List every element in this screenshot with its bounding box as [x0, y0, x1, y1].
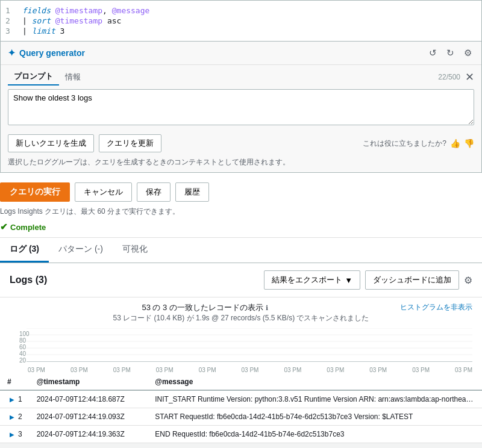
export-button[interactable]: 結果をエクスポート ▼ [264, 270, 360, 290]
max-run-note: Logs Insights クエリは、最大 60 分まで実行できます。 [0, 205, 482, 219]
status-text: Complete [10, 223, 46, 232]
code-line-1: 1 fields @timestamp, @message [1, 5, 481, 16]
settings-button[interactable]: ⚙ [462, 46, 474, 60]
row-1-num: 1 [18, 395, 22, 403]
results-title: Logs (3) [10, 275, 47, 285]
col-header-message: @message [148, 374, 482, 390]
generate-query-button[interactable]: 新しいクエリを生成 [8, 134, 94, 152]
row-1-expand: ▶ 1 [0, 390, 30, 408]
status-complete: ✔ Complete [0, 219, 482, 237]
qg-context-note: 選択したロググループは、クエリを生成するときのコンテキストとして使用されます。 [1, 156, 481, 172]
table-row: ▶ 3 2024-07-09T12:44:19.363Z END Request… [0, 426, 482, 443]
histogram-chart [27, 328, 472, 362]
line-number-1: 1 [5, 6, 22, 15]
expand-row-2-button[interactable]: ▶ [7, 414, 17, 420]
row-3-message: END RequestId: fb6e0cda-14d2-41b5-b74e-6… [148, 426, 482, 443]
table-row: ▶ 1 2024-07-09T12:44:18.687Z INIT_START … [0, 390, 482, 408]
undo-button[interactable]: ↺ [427, 46, 439, 60]
results-actions: 結果をエクスポート ▼ ダッシュボードに追加 ⚙ [264, 270, 472, 290]
histogram-toggle-link[interactable]: ヒストグラムを非表示 [400, 302, 472, 313]
tab-info[interactable]: 情報 [59, 69, 87, 86]
close-panel-button[interactable]: ✕ [465, 72, 474, 82]
results-settings-button[interactable]: ⚙ [464, 275, 472, 286]
prompt-textarea[interactable]: Show the oldest 3 logs [8, 89, 474, 125]
header-actions: ↺ ↻ ⚙ [427, 46, 474, 60]
line-number-3: 3 [5, 26, 22, 36]
run-query-button[interactable]: クエリの実行 [0, 182, 70, 202]
redo-button[interactable]: ↻ [444, 46, 457, 60]
results-table: # @timestamp @message ▶ 1 2024-07-09T12:… [0, 374, 482, 443]
table-row: ▶ 2 2024-07-09T12:44:19.093Z START Reque… [0, 408, 482, 426]
action-bar-wrapper: クエリの実行 キャンセル 保存 履歴 Logs Insights クエリは、最大… [0, 173, 482, 237]
query-gen-title: ✦ Query generator [8, 48, 85, 58]
add-dashboard-button[interactable]: ダッシュボードに追加 [365, 270, 459, 290]
row-1-timestamp[interactable]: 2024-07-09T12:44:18.687Z [30, 390, 148, 408]
wand-icon: ✦ [8, 48, 16, 58]
check-icon: ✔ [0, 222, 8, 232]
prompt-textarea-wrapper: Show the oldest 3 logs [1, 86, 481, 131]
qg-action-buttons: 新しいクエリを生成 クエリを更新 これは役に立ちましたか? 👍 👎 [1, 131, 481, 156]
code-line-2: 2 | sort @timestamp asc [1, 16, 481, 26]
save-button[interactable]: 保存 [137, 182, 171, 202]
history-button[interactable]: 履歴 [175, 182, 209, 202]
code-content-2: | sort @timestamp asc [22, 16, 121, 25]
row-3-timestamp[interactable]: 2024-07-09T12:44:19.363Z [30, 426, 148, 443]
tab-visualization[interactable]: 可視化 [113, 238, 157, 263]
qg-tab-group: プロンプト 情報 [8, 69, 87, 86]
code-editor[interactable]: 1 fields @timestamp, @message 2 | sort @… [0, 0, 482, 42]
qg-tabs-bar: プロンプト 情報 22/500 ✕ [1, 65, 481, 86]
col-header-num: # [0, 374, 30, 390]
line-number-2: 2 [5, 16, 22, 25]
query-gen-title-text: Query generator [19, 48, 85, 58]
query-gen-header: ✦ Query generator ↺ ↻ ⚙ [1, 42, 481, 65]
row-2-message: START RequestId: fb6e0cda-14d2-41b5-b74e… [148, 408, 482, 426]
info-icon: ℹ [266, 304, 268, 311]
query-generator-panel: ✦ Query generator ↺ ↻ ⚙ プロンプト 情報 22/500 … [0, 42, 482, 173]
row-3-expand: ▶ 3 [0, 426, 30, 443]
chart-x-labels: 03 PM 03 PM 03 PM 03 PM 03 PM 03 PM 03 P… [28, 366, 472, 373]
helpful-text: これは役に立ちましたか? 👍 👎 [363, 138, 474, 149]
tab-patterns[interactable]: パターン (-) [49, 238, 113, 263]
code-content-1: fields @timestamp, @message [22, 6, 149, 15]
stats-main-text: 53 の 3 の一致したレコードの表示 ℹ [142, 303, 268, 312]
code-line-3: 3 | limit 3 [1, 26, 481, 36]
row-2-timestamp[interactable]: 2024-07-09T12:44:19.093Z [30, 408, 148, 426]
row-2-num: 2 [18, 412, 22, 421]
thumbs-up-button[interactable]: 👍 [450, 138, 460, 148]
stats-area: ヒストグラムを非表示 53 の 3 の一致したレコードの表示 ℹ 53 レコード… [0, 297, 482, 326]
stats-sub-text: 53 レコード (10.4 KB) が 1.9s @ 27 records/s … [10, 313, 472, 323]
results-header: Logs (3) 結果をエクスポート ▼ ダッシュボードに追加 ⚙ [0, 263, 482, 297]
cancel-button[interactable]: キャンセル [75, 182, 132, 202]
chart-y-labels: 100 80 60 40 20 [19, 331, 36, 364]
results-tabs: ログ (3) パターン (-) 可視化 [0, 238, 482, 263]
action-bar: クエリの実行 キャンセル 保存 履歴 [0, 176, 482, 205]
col-header-timestamp: @timestamp [30, 374, 148, 390]
row-1-message: INIT_START Runtime Version: python:3.8.v… [148, 390, 482, 408]
expand-row-1-button[interactable]: ▶ [7, 396, 17, 403]
update-query-button[interactable]: クエリを更新 [99, 134, 161, 152]
table-header-row: # @timestamp @message [0, 374, 482, 390]
code-content-3: | limit 3 [22, 26, 64, 36]
thumbs-down-button[interactable]: 👎 [464, 138, 474, 148]
chart-area: 100 80 60 40 20 [0, 326, 482, 374]
char-count: 22/500 [438, 73, 460, 81]
row-2-expand: ▶ 2 [0, 408, 30, 426]
tab-prompt[interactable]: プロンプト [8, 69, 59, 86]
row-3-num: 3 [18, 430, 22, 438]
results-area: Logs (3) 結果をエクスポート ▼ ダッシュボードに追加 ⚙ ヒストグラム… [0, 263, 482, 443]
stats-line-1: ヒストグラムを非表示 53 の 3 の一致したレコードの表示 ℹ [10, 302, 472, 313]
tab-logs[interactable]: ログ (3) [0, 238, 49, 263]
dropdown-arrow-icon: ▼ [345, 276, 352, 285]
expand-row-3-button[interactable]: ▶ [7, 431, 17, 438]
